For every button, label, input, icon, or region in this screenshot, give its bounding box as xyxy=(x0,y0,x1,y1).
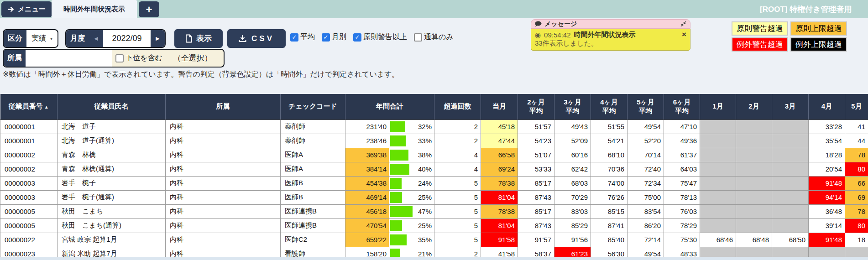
table-row[interactable]: 00000005秋田 こまち内科医師連携B456'1847%578'3885'1… xyxy=(0,204,868,218)
prev-month-button[interactable]: ◀ xyxy=(89,30,103,47)
col-header-month-5[interactable]: 5月 xyxy=(845,94,868,120)
legend-principle-limit-over: 原則上限超過 xyxy=(790,21,847,36)
annual-total-value: 454'38 xyxy=(345,177,389,190)
cell-over-count: 4 xyxy=(434,162,481,176)
add-tab-button[interactable]: + xyxy=(139,1,159,17)
col-header-month-3[interactable]: 3月 xyxy=(772,94,809,120)
col-header-over-count[interactable]: 超過回数 xyxy=(434,94,481,120)
shozoku-input[interactable] xyxy=(26,50,112,67)
cell-avg-4m: 70'36 xyxy=(591,162,627,176)
collapse-panel-icon[interactable] xyxy=(680,21,686,27)
cell-month-1: 68'46 xyxy=(700,233,736,247)
col-header-avg-6m[interactable]: 6ヶ月 平均 xyxy=(664,94,700,120)
show-button[interactable]: 表示 xyxy=(174,29,223,48)
col-header-month-4[interactable]: 4月 xyxy=(809,94,845,120)
kubun-select[interactable]: 実績 ▾ xyxy=(26,30,58,47)
col-header-avg-2m[interactable]: 2ヶ月 平均 xyxy=(518,94,554,120)
cell-avg-3m: 85'29 xyxy=(554,218,591,233)
col-header-month-2[interactable]: 2月 xyxy=(736,94,772,120)
col-header-current-month[interactable]: 当月 xyxy=(481,94,518,120)
close-message-icon[interactable]: × xyxy=(682,31,686,38)
cell-month-4: 91'48 xyxy=(809,176,845,190)
chevron-right-icon: ▶ xyxy=(156,36,159,42)
cell-avg-3m: 91'56 xyxy=(554,233,591,247)
message-panel-header[interactable]: メッセージ xyxy=(531,19,690,29)
cell-avg-2m: 85'17 xyxy=(518,204,554,218)
cell-month-3 xyxy=(772,120,809,134)
checkbox-monthly[interactable]: ✓月別 xyxy=(322,32,346,42)
target-icon: ◉ xyxy=(535,31,541,39)
col-header-dept[interactable]: 所属 xyxy=(166,94,281,120)
shozoku-panel: 所属 下位を含む （全選択） xyxy=(3,49,225,68)
cell-dept: 内科 xyxy=(166,162,281,176)
col-header-avg-3m[interactable]: 3ヶ月 平均 xyxy=(554,94,591,120)
table-row[interactable]: 00000001北海 道子内科薬剤師231'4032%245'1851'5749… xyxy=(0,120,868,134)
col-header-check-code[interactable]: チェックコード xyxy=(281,94,345,120)
cell-current-month: 66'58 xyxy=(481,148,518,162)
horizontal-scrollbar[interactable] xyxy=(0,257,868,260)
cell-name: 岩手 椀子(通算) xyxy=(58,190,166,204)
cell-month-3 xyxy=(772,218,809,233)
shozoku-label: 所属 xyxy=(4,50,26,67)
cell-avg-4m: 87'41 xyxy=(591,218,627,233)
col-header-emp-no[interactable]: 従業員番号▲ xyxy=(0,94,58,120)
select-all-link[interactable]: （全選択） xyxy=(173,53,212,63)
cell-dept: 内科 xyxy=(166,120,281,134)
checkbox-average[interactable]: ✓平均 xyxy=(290,32,315,42)
col-header-avg-4m[interactable]: 4ヶ月 平均 xyxy=(591,94,627,120)
annual-percent: 47% xyxy=(418,208,434,215)
checkbox-include-sub[interactable]: 下位を含む xyxy=(115,53,162,63)
table-row[interactable]: 00000001北海 道子(通算)内科薬剤師238'4633%247'4454'… xyxy=(0,134,868,148)
table-row[interactable]: 00000003岩手 椀子内科医師B454'3824%578'3885'1768… xyxy=(0,176,868,190)
cell-avg-5m: 72'34 xyxy=(627,176,664,190)
cell-month-5: 80 xyxy=(845,162,868,176)
tab-overtime-annual-status[interactable]: 時間外年間状況表示 xyxy=(52,0,137,18)
cell-avg-2m: 91'57 xyxy=(518,233,554,247)
legend-exception-warning-over: 例外警告超過 xyxy=(732,37,788,52)
checkbox-warning-over[interactable]: ✓原則警告以上 xyxy=(353,32,407,42)
cell-dept: 内科 xyxy=(166,218,281,233)
cell-month-2 xyxy=(736,204,772,218)
cell-month-1 xyxy=(700,162,736,176)
cell-month-4: 36'48 xyxy=(809,204,845,218)
cell-over-count: 5 xyxy=(434,190,481,204)
cell-month-1 xyxy=(700,176,736,190)
legend-exception-limit-over: 例外上限超過 xyxy=(790,37,847,52)
sort-ascending-icon: ▲ xyxy=(44,104,49,109)
cell-avg-3m: 62'42 xyxy=(554,162,591,176)
cell-month-3 xyxy=(772,148,809,162)
cell-month-5: 78 xyxy=(845,148,868,162)
menu-button[interactable]: メニュー xyxy=(1,1,52,17)
table-row[interactable]: 00000003岩手 椀子(通算)内科医師B469'1425%581'0487'… xyxy=(0,190,868,204)
cell-over-count: 2 xyxy=(434,120,481,134)
cell-month-2 xyxy=(736,176,772,190)
cell-avg-6m: 75'47 xyxy=(664,176,700,190)
cell-month-5: 18 xyxy=(845,233,868,247)
annual-percent: 24% xyxy=(418,179,434,187)
cell-over-count: 5 xyxy=(434,218,481,233)
cell-avg-6m: 47'10 xyxy=(664,120,700,134)
cell-avg-3m: 68'03 xyxy=(554,176,591,190)
col-header-avg-5m[interactable]: 5ヶ月 平均 xyxy=(627,94,664,120)
table-row[interactable]: 00000002青森 林檎(通算)内科医師A384'1440%469'2453'… xyxy=(0,162,868,176)
cell-dept: 内科 xyxy=(166,190,281,204)
next-month-button[interactable]: ▶ xyxy=(151,30,165,47)
col-header-month-1[interactable]: 1月 xyxy=(700,94,736,120)
cell-over-count: 5 xyxy=(434,204,481,218)
kubun-label: 区分 xyxy=(4,30,26,47)
csv-button[interactable]: CSV xyxy=(227,29,286,48)
cell-dept: 内科 xyxy=(166,204,281,218)
getsudo-label: 月度 xyxy=(66,30,89,47)
cell-annual-total: 369'3838% xyxy=(345,148,434,162)
table-row[interactable]: 00000005秋田 こまち(通算)内科医師連携B470'5425%581'04… xyxy=(0,218,868,233)
cell-emp-no: 00000001 xyxy=(0,120,58,134)
cell-check-code: 医師連携B xyxy=(281,204,345,218)
annual-total-value: 470'54 xyxy=(345,219,389,233)
table-row[interactable]: 00000022宮城 政宗 起算1月内科医師C2659'2235%591'589… xyxy=(0,233,868,247)
checkbox-total-only[interactable]: 通算のみ xyxy=(414,32,454,42)
table-row[interactable]: 00000002青森 林檎内科医師A369'3838%466'5851'0760… xyxy=(0,148,868,162)
col-header-annual-total[interactable]: 年間合計 xyxy=(345,94,434,120)
checkbox-label: 通算のみ xyxy=(424,32,454,42)
col-header-name[interactable]: 従業員氏名 xyxy=(58,94,166,120)
cell-month-5: 78 xyxy=(845,204,868,218)
